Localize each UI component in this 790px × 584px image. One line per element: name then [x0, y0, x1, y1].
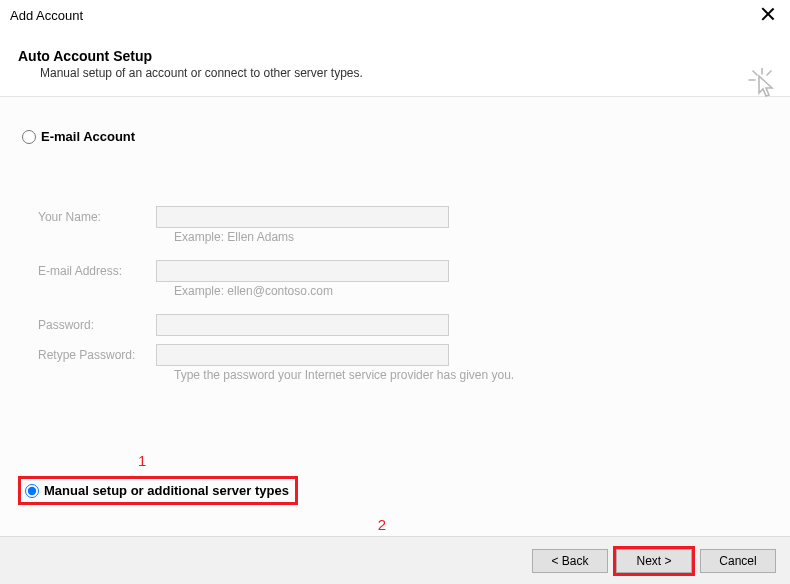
password-label: Password: — [38, 318, 156, 332]
titlebar: Add Account — [0, 0, 790, 30]
svg-line-2 — [767, 71, 771, 75]
your-name-field — [156, 206, 449, 228]
cancel-button[interactable]: Cancel — [700, 549, 776, 573]
header-description: Manual setup of an account or connect to… — [40, 66, 772, 80]
manual-setup-radio[interactable] — [25, 484, 39, 498]
header: Auto Account Setup Manual setup of an ac… — [0, 30, 790, 90]
manual-setup-label: Manual setup or additional server types — [44, 483, 289, 498]
password-hint: Type the password your Internet service … — [174, 368, 770, 382]
content-area: E-mail Account Your Name: Example: Ellen… — [0, 97, 790, 537]
next-button[interactable]: Next > — [616, 549, 692, 573]
close-icon[interactable] — [760, 6, 776, 22]
callout-one: 1 — [138, 452, 146, 469]
retype-password-field — [156, 344, 449, 366]
back-button[interactable]: < Back — [532, 549, 608, 573]
email-hint: Example: ellen@contoso.com — [174, 284, 770, 298]
window-title: Add Account — [10, 8, 83, 23]
form-area: Your Name: Example: Ellen Adams E-mail A… — [38, 206, 770, 382]
your-name-hint: Example: Ellen Adams — [174, 230, 770, 244]
your-name-label: Your Name: — [38, 210, 156, 224]
password-field — [156, 314, 449, 336]
footer: 2 < Back Next > Cancel — [0, 536, 790, 584]
callout-two: 2 — [378, 516, 386, 533]
svg-line-1 — [753, 71, 757, 75]
email-account-radio[interactable] — [22, 130, 36, 144]
email-account-label: E-mail Account — [41, 129, 135, 144]
email-label: E-mail Address: — [38, 264, 156, 278]
manual-setup-option[interactable]: Manual setup or additional server types — [23, 481, 291, 500]
retype-password-label: Retype Password: — [38, 348, 156, 362]
email-account-option[interactable]: E-mail Account — [20, 127, 770, 146]
email-field — [156, 260, 449, 282]
header-title: Auto Account Setup — [18, 48, 772, 64]
manual-setup-highlight: Manual setup or additional server types — [18, 476, 298, 505]
